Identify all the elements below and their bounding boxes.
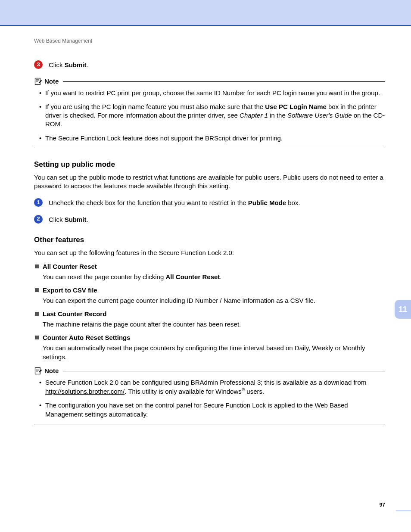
svg-rect-1 — [35, 367, 40, 374]
text: Click — [49, 216, 65, 223]
text-bold: Submit — [65, 61, 87, 68]
feature-list: All Counter Reset You can reset the page… — [34, 263, 385, 361]
text: . — [87, 216, 88, 223]
note-icon — [34, 77, 43, 86]
text-bold: All Counter Reset — [165, 273, 220, 280]
step-badge-3: 3 — [34, 60, 43, 69]
note-close-rule — [34, 148, 385, 148]
text: users. — [245, 388, 264, 395]
text: in the — [268, 112, 287, 119]
text: . — [87, 61, 88, 68]
note-item: Secure Function Lock 2.0 can be configur… — [39, 378, 385, 396]
note-label: Note — [44, 78, 59, 85]
step-2-text: Click Submit. — [49, 215, 88, 224]
feature-item: Last Counter Record The machine retains … — [35, 310, 385, 329]
note-item: The Secure Function Lock feature does no… — [39, 134, 385, 143]
note-rule — [63, 81, 385, 82]
step-3: 3 Click Submit. — [34, 60, 385, 69]
page-number: 97 — [380, 502, 385, 508]
feature-title: Counter Auto Reset Settings — [35, 334, 385, 341]
text: Click — [49, 61, 65, 68]
footer-accent — [396, 510, 411, 511]
note-block-1: Note If you want to restrict PC print pe… — [34, 77, 385, 148]
feature-title: Last Counter Record — [35, 310, 385, 317]
paragraph: You can set up the public mode to restri… — [34, 173, 385, 191]
feature-title: All Counter Reset — [35, 263, 385, 270]
link-text[interactable]: http://solutions.brother.com/ — [45, 388, 125, 395]
note-header: Note — [34, 367, 385, 375]
heading-public-mode: Setting up public mode — [34, 160, 385, 169]
feature-item: Counter Auto Reset Settings You can auto… — [35, 334, 385, 361]
note-item: If you are using the PC login name featu… — [39, 103, 385, 129]
text: Uncheck the check box for the function t… — [49, 199, 248, 206]
feature-title: Export to CSV file — [35, 286, 385, 294]
note-item: The configuration you have set on the co… — [39, 401, 385, 419]
step-1: 1 Uncheck the check box for the function… — [34, 198, 385, 207]
text: You can reset the page counter by clicki… — [43, 273, 165, 280]
note-rule — [63, 371, 385, 371]
paragraph: You can set up the following features in… — [34, 249, 385, 257]
note-icon — [34, 367, 43, 375]
note-label: Note — [44, 367, 59, 374]
running-header: Web Based Management — [34, 38, 385, 44]
text-italic: Software User's Guide — [287, 112, 352, 119]
feature-desc: You can reset the page counter by clicki… — [35, 273, 385, 281]
step-2: 2 Click Submit. — [34, 215, 385, 224]
text-bold: Submit — [65, 216, 87, 223]
feature-desc: You can export the current page counter … — [35, 296, 385, 305]
note-close-rule — [34, 424, 385, 424]
note-block-2: Note Secure Function Lock 2.0 can be con… — [34, 367, 385, 424]
step-badge-2: 2 — [34, 215, 43, 224]
chapter-tab: 11 — [395, 300, 411, 319]
step-3-text: Click Submit. — [49, 60, 88, 69]
text: box. — [286, 199, 300, 206]
feature-desc: The machine retains the page count after… — [35, 320, 385, 329]
svg-rect-0 — [35, 78, 40, 84]
text: . — [220, 273, 221, 280]
feature-desc: You can automatically reset the page cou… — [35, 344, 385, 361]
page-content: Web Based Management 3 Click Submit. Not… — [0, 26, 411, 424]
text-bold: Public Mode — [248, 199, 286, 206]
text: . This utility is only available for Win… — [125, 388, 242, 395]
text-bold: Use PC Login Name — [265, 103, 327, 110]
step-badge-1: 1 — [34, 198, 43, 207]
feature-item: All Counter Reset You can reset the page… — [35, 263, 385, 281]
step-1-text: Uncheck the check box for the function t… — [49, 198, 300, 207]
note-item: If you want to restrict PC print per gro… — [39, 89, 385, 97]
note-header: Note — [34, 77, 385, 86]
top-band — [0, 0, 411, 26]
feature-item: Export to CSV file You can export the cu… — [35, 286, 385, 305]
note-list: If you want to restrict PC print per gro… — [34, 89, 385, 143]
note-list: Secure Function Lock 2.0 can be configur… — [34, 378, 385, 419]
text-italic: Chapter 1 — [240, 112, 268, 119]
text: If you are using the PC login name featu… — [45, 103, 265, 110]
heading-other-features: Other features — [34, 236, 385, 244]
text: Secure Function Lock 2.0 can be configur… — [45, 379, 366, 386]
